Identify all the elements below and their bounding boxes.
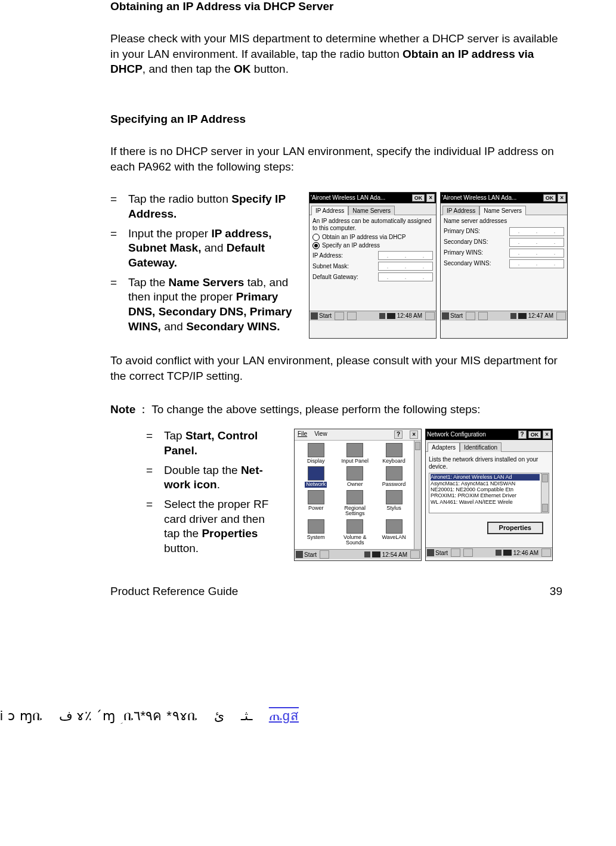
radio-specify-ip[interactable]: Specify an IP address <box>312 242 433 249</box>
applet-label: Volume & Sounds <box>336 535 373 546</box>
close-icon[interactable]: × <box>543 430 551 439</box>
tray-icon[interactable] <box>379 313 385 319</box>
control-panel-item[interactable]: Keyboard <box>375 443 413 464</box>
ok-button[interactable]: OK <box>543 194 556 202</box>
properties-button[interactable]: Properties <box>487 522 543 534</box>
start-button[interactable]: Start <box>296 551 317 558</box>
ip-input[interactable]: ... <box>509 227 564 236</box>
sip-icon[interactable] <box>410 550 420 559</box>
tray-icon[interactable] <box>364 551 370 557</box>
radio-label: Obtain an IP address via DHCP <box>322 234 405 241</box>
sip-icon[interactable] <box>556 312 566 320</box>
ip-input[interactable]: ... <box>378 262 433 271</box>
keyboard-icon[interactable] <box>372 551 380 557</box>
scroll-thumb-icon <box>415 442 420 450</box>
applet-icon <box>308 490 324 504</box>
control-panel-item[interactable]: Stylus <box>375 490 413 517</box>
note-body: To change the above settings, please per… <box>151 402 480 417</box>
control-panel-item[interactable]: Input Panel <box>336 443 373 464</box>
control-panel-item[interactable]: Display <box>297 443 335 464</box>
start-button[interactable]: Start <box>427 549 448 556</box>
control-panel-item[interactable]: System <box>297 519 335 546</box>
bullet-icon: = <box>146 463 164 492</box>
taskbar-button-icon[interactable] <box>463 548 473 557</box>
list-item[interactable]: Aironet1: Aironet Wireless LAN Ad <box>431 474 540 480</box>
control-panel-grid: DisplayInput PanelKeyboardNetworkOwnerPa… <box>295 441 414 550</box>
text-bold: Properties <box>202 527 258 540</box>
screenshots-row-1: 'Aironet Wireless LAN Ada... OK × IP Add… <box>309 192 568 339</box>
applet-label: Regional Settings <box>336 506 373 517</box>
dialog-body: Lists the network drivers installed on y… <box>426 452 552 547</box>
control-panel-item[interactable]: Regional Settings <box>336 490 373 517</box>
control-panel-item[interactable]: Volume & Sounds <box>336 519 373 546</box>
field-subnet-mask: Subnet Mask:... <box>312 262 433 271</box>
tab-name-servers[interactable]: Name Servers <box>479 206 526 216</box>
control-panel-item[interactable]: Owner <box>336 466 373 487</box>
taskbar: Start 12:46 AM <box>426 547 552 557</box>
taskbar-button-icon[interactable] <box>478 312 488 320</box>
applet-icon <box>346 466 363 481</box>
clock: 12:46 AM <box>513 550 538 557</box>
clock: 12:54 AM <box>382 551 407 559</box>
screenshot-name-servers: 'Aironet Wireless LAN Ada... OK × IP Add… <box>440 192 568 339</box>
tab-ip-address[interactable]: IP Address <box>442 206 479 216</box>
keyboard-icon[interactable] <box>503 550 512 556</box>
list-item[interactable]: PROXIM1: PROXIM Ethernet Driver <box>431 492 540 498</box>
taskbar-button-icon[interactable] <box>320 550 329 559</box>
list-item[interactable]: NE20001: NE2000 Compatible Etn <box>431 486 540 492</box>
control-panel-item[interactable]: Password <box>375 466 413 487</box>
taskbar-button-icon[interactable] <box>347 312 357 320</box>
scrollbar[interactable] <box>541 473 549 513</box>
tab-name-servers[interactable]: Name Servers <box>348 206 395 216</box>
text: ف ɤ٪ ˊɱ ؚ ቤ٩*٦ค *٩ɤቤ <box>59 705 197 726</box>
field-secondary-wins: Secondary WINS:... <box>444 259 564 268</box>
field-label: Primary DNS: <box>444 228 507 235</box>
ip-input[interactable]: ... <box>378 251 433 260</box>
close-icon[interactable]: × <box>410 430 418 439</box>
tray-icon[interactable] <box>496 550 502 556</box>
garbled-footer-text: i ɔ ɱቤ ف ɤ٪ ˊɱ ؚ ቤ٩*٦ค *٩ɤቤ ئ ـثـ ጤgส <box>0 705 616 726</box>
menu-view[interactable]: View <box>314 430 327 439</box>
scrollbar[interactable] <box>414 441 421 550</box>
keyboard-icon[interactable] <box>387 313 395 319</box>
ip-input[interactable]: ... <box>509 238 564 247</box>
list-item[interactable]: AsyncMac1: AsyncMac1 NDISWAN <box>431 481 540 486</box>
menu-file[interactable]: File <box>298 430 307 439</box>
applet-label: Stylus <box>386 506 401 511</box>
tab-ip-address[interactable]: IP Address <box>311 206 348 216</box>
sip-icon[interactable] <box>541 548 551 557</box>
taskbar-button-icon[interactable] <box>335 312 344 320</box>
start-button[interactable]: Start <box>311 312 332 320</box>
note-line: Note ： To change the above settings, ple… <box>110 402 568 417</box>
ok-button[interactable]: OK <box>528 431 541 438</box>
field-ip-address: IP Address:... <box>312 251 433 260</box>
bullet-icon: = <box>146 497 164 556</box>
tab-identification[interactable]: Identification <box>460 442 502 453</box>
taskbar-button-icon[interactable] <box>466 312 475 320</box>
ip-input[interactable]: ... <box>509 249 564 258</box>
applet-icon <box>308 519 324 534</box>
keyboard-icon[interactable] <box>518 313 527 319</box>
list-item[interactable]: WL AN461: Wavel AN/IEEE Wirele <box>431 499 540 505</box>
control-panel-item[interactable]: WaveLAN <box>375 519 413 546</box>
close-icon[interactable]: × <box>426 194 435 202</box>
heading-dhcp: Obtaining an IP Address via DHCP Server <box>110 0 568 13</box>
close-icon[interactable]: × <box>558 194 566 202</box>
taskbar-button-icon[interactable] <box>451 548 460 557</box>
tray-icon[interactable] <box>510 313 516 319</box>
sip-icon[interactable] <box>425 312 435 320</box>
tab-adapters[interactable]: Adapters <box>428 442 460 453</box>
help-icon[interactable]: ? <box>394 430 403 439</box>
control-panel-item[interactable]: Network <box>297 466 335 487</box>
field-secondary-dns: Secondary DNS:... <box>444 238 564 247</box>
control-panel-item[interactable]: Power <box>297 490 335 517</box>
radio-obtain-dhcp[interactable]: Obtain an IP address via DHCP <box>312 234 433 241</box>
adapter-listbox[interactable]: Aironet1: Aironet Wireless LAN AdAsyncMa… <box>429 473 549 513</box>
ip-input[interactable]: ... <box>378 272 433 281</box>
ip-input[interactable]: ... <box>509 259 564 268</box>
help-icon[interactable]: ? <box>518 430 527 439</box>
text: button. <box>251 63 289 75</box>
applet-icon <box>308 443 324 457</box>
start-button[interactable]: Start <box>442 312 463 320</box>
ok-button[interactable]: OK <box>412 194 425 202</box>
